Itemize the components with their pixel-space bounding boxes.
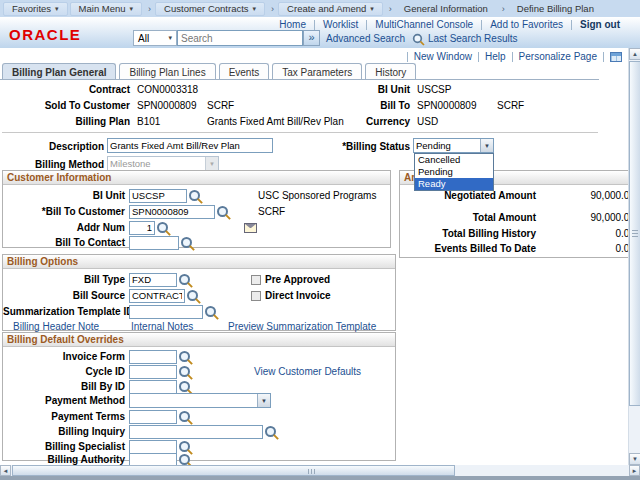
invoice-form-lookup-icon[interactable] <box>179 351 190 362</box>
breadcrumb-general-information[interactable]: General Information <box>396 2 496 16</box>
bill-type-row: Bill Type Pre Approved <box>3 272 395 287</box>
contract-value: CON0003318 <box>137 84 198 95</box>
breadcrumb-customer-contracts[interactable]: Customer Contracts ▾ <box>155 2 265 16</box>
bill-to-contact-input[interactable] <box>129 236 179 250</box>
option-pending[interactable]: Pending <box>415 166 493 178</box>
billing-method-label: Billing Method <box>0 159 104 170</box>
multichannel-console-link[interactable]: MultiChannel Console <box>375 19 473 30</box>
personalize-grid-icon[interactable] <box>610 52 622 62</box>
tab-billing-plan-lines[interactable]: Billing Plan Lines <box>119 63 215 80</box>
option-ready[interactable]: Ready <box>415 178 493 190</box>
bi-unit-note: USC Sponsored Programs <box>258 190 376 201</box>
chevron-down-icon: ▾ <box>130 5 134 13</box>
billing-inquiry-lookup-icon[interactable] <box>265 426 276 437</box>
billing-header-note-link[interactable]: Billing Header Note <box>13 321 99 332</box>
taskbar-strip <box>0 476 640 480</box>
addr-num-input[interactable] <box>129 221 155 235</box>
cycle-id-lookup-icon[interactable] <box>179 366 190 377</box>
search-scope-select[interactable]: All ▾ <box>133 30 177 46</box>
bill-type-lookup-icon[interactable] <box>179 274 190 285</box>
description-input[interactable] <box>107 138 273 153</box>
scroll-down-button[interactable]: ▼ <box>629 453 640 465</box>
banner-links: Home Worklist MultiChannel Console Add t… <box>271 19 628 30</box>
cycle-id-input[interactable] <box>129 365 177 379</box>
search-sublinks: Advanced Search Last Search Results <box>326 33 517 44</box>
tab-underline <box>0 79 599 80</box>
combo-arrow-icon[interactable]: ▼ <box>480 139 493 152</box>
search-input[interactable] <box>177 30 303 46</box>
currency-value: USD <box>417 116 438 127</box>
scrollbar-grip-icon <box>632 230 638 238</box>
summarization-template-input[interactable] <box>129 305 203 319</box>
help-link[interactable]: Help <box>485 51 506 62</box>
bill-to-contact-lookup-icon[interactable] <box>181 237 192 248</box>
add-to-favorites-link[interactable]: Add to Favorites <box>490 19 563 30</box>
bi-unit-lookup-icon[interactable] <box>189 190 200 201</box>
bill-to-customer-lookup-icon[interactable] <box>217 206 228 217</box>
worklist-link[interactable]: Worklist <box>323 19 358 30</box>
billing-method-value: Milestone <box>108 158 205 169</box>
tab-history[interactable]: History <box>365 63 416 80</box>
sign-out-link[interactable]: Sign out <box>580 19 620 30</box>
tab-billing-plan-general[interactable]: Billing Plan General <box>2 63 116 80</box>
bill-by-id-lookup-icon[interactable] <box>179 381 190 392</box>
advanced-search-link[interactable]: Advanced Search <box>326 33 405 44</box>
breadcrumb-favorites[interactable]: Favorites ▾ <box>3 2 68 16</box>
combo-arrow-icon[interactable]: ▼ <box>257 394 270 407</box>
breadcrumb-define-billing-plan[interactable]: Define Billing Plan <box>509 2 602 16</box>
bill-source-lookup-icon[interactable] <box>187 290 198 301</box>
tab-tax-parameters[interactable]: Tax Parameters <box>272 63 362 80</box>
breadcrumb-separator-icon: › <box>502 4 505 14</box>
address-envelope-icon[interactable] <box>244 223 257 233</box>
breadcrumb-main-menu[interactable]: Main Menu ▾ <box>70 2 143 16</box>
bill-type-input[interactable] <box>129 273 177 287</box>
bill-by-id-input[interactable] <box>129 380 177 394</box>
payment-method-select[interactable]: ▼ <box>129 393 271 408</box>
bi-unit-value: USCSP <box>417 84 451 95</box>
customer-information-section: Customer Information BI Unit USC Sponsor… <box>2 170 391 248</box>
search-go-button[interactable]: » <box>303 30 320 46</box>
internal-notes-link[interactable]: Internal Notes <box>131 321 193 332</box>
scrollbar-grip-icon <box>308 469 316 474</box>
view-customer-defaults-link[interactable]: View Customer Defaults <box>254 366 361 377</box>
summarization-template-lookup-icon[interactable] <box>205 306 216 317</box>
payment-terms-input[interactable] <box>129 410 177 424</box>
search-cluster: All ▾ » <box>133 30 320 46</box>
ci-bill-to-customer-input[interactable] <box>129 205 215 219</box>
scroll-right-button[interactable]: ► <box>629 465 640 476</box>
vertical-scrollbar[interactable]: ▲ ▼ <box>628 48 640 465</box>
preview-summarization-template-link[interactable]: Preview Summarization Template <box>228 321 376 332</box>
payment-terms-lookup-icon[interactable] <box>179 411 190 422</box>
horizontal-scrollbar-thumb[interactable] <box>12 465 455 476</box>
home-link[interactable]: Home <box>279 19 306 30</box>
billing-options-title: Billing Options <box>3 255 395 269</box>
addr-num-row: Addr Num <box>3 220 390 235</box>
option-cancelled[interactable]: Cancelled <box>415 154 493 166</box>
breadcrumb-create-and-amend[interactable]: Create and Amend ▾ <box>278 2 383 16</box>
negotiated-amount-label: Negotiated Amount <box>400 190 536 201</box>
addr-num-lookup-icon[interactable] <box>157 222 168 233</box>
scroll-up-button[interactable]: ▲ <box>629 48 640 60</box>
billing-specialist-lookup-icon[interactable] <box>179 441 190 452</box>
currency-label: Currency <box>300 116 410 127</box>
tab-events[interactable]: Events <box>219 63 270 80</box>
billing-status-select[interactable]: Pending ▼ <box>413 138 494 153</box>
bill-source-input[interactable] <box>129 289 185 303</box>
vertical-scrollbar-thumb[interactable] <box>629 61 640 406</box>
billing-authority-lookup-icon[interactable] <box>179 454 190 465</box>
ci-bi-unit-input[interactable] <box>129 189 187 203</box>
horizontal-scrollbar[interactable]: ◄ ► <box>0 465 640 476</box>
direct-invoice-checkbox[interactable] <box>251 291 261 301</box>
last-search-results-link[interactable]: Last Search Results <box>428 33 518 44</box>
bill-to-contact-row: Bill To Contact <box>3 235 390 250</box>
bill-by-id-row: Bill By ID <box>3 379 395 394</box>
total-billing-history-value: 0.00 <box>540 228 635 239</box>
cycle-id-row: Cycle ID View Customer Defaults <box>3 364 395 379</box>
personalize-page-link[interactable]: Personalize Page <box>519 51 597 62</box>
scroll-left-button[interactable]: ◄ <box>0 465 11 476</box>
billing-inquiry-input[interactable] <box>129 425 263 439</box>
invoice-form-input[interactable] <box>129 350 177 364</box>
billing-status-value: Pending <box>414 140 480 151</box>
new-window-link[interactable]: New Window <box>414 51 472 62</box>
pre-approved-checkbox[interactable] <box>251 275 261 285</box>
